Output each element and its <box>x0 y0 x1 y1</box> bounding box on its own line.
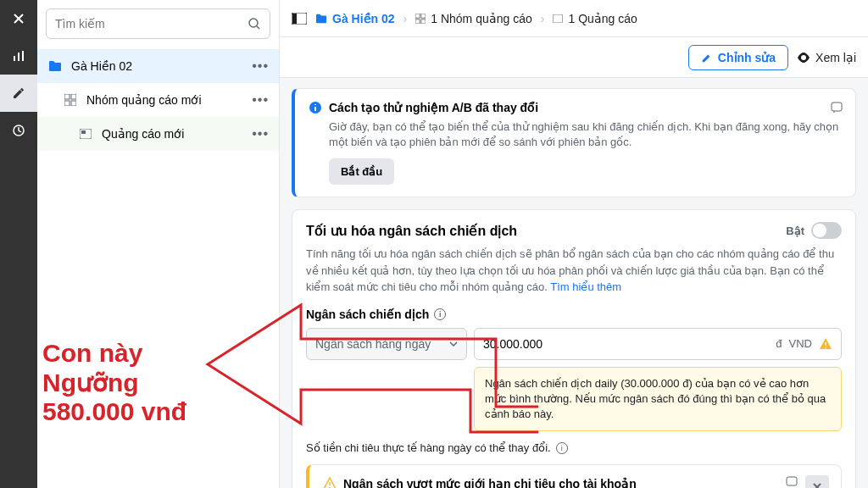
chevron-down-icon <box>449 341 458 347</box>
svg-rect-15 <box>832 103 842 111</box>
clock-icon[interactable] <box>0 112 37 149</box>
budget-type-select[interactable]: Ngân sách hàng ngày <box>306 328 467 360</box>
start-button[interactable]: Bắt đầu <box>329 158 394 185</box>
svg-rect-14 <box>554 14 564 23</box>
flag-icon[interactable] <box>785 475 798 488</box>
edit-icon[interactable] <box>0 75 37 112</box>
svg-rect-11 <box>421 14 426 18</box>
review-button[interactable]: Xem lại <box>797 51 856 64</box>
help-icon[interactable]: i <box>434 308 446 320</box>
budget-toggle[interactable] <box>811 222 842 239</box>
flag-icon[interactable] <box>830 101 843 118</box>
breadcrumb: Gà Hiền 02 › 1 Nhóm quảng cáo › 1 Quảng … <box>280 0 868 37</box>
svg-rect-3 <box>71 94 76 99</box>
chevron-right-icon: › <box>541 12 545 25</box>
breadcrumb-campaign[interactable]: Gà Hiền 02 <box>315 12 395 25</box>
panel-toggle-icon[interactable] <box>292 13 307 25</box>
ad-icon <box>78 126 93 141</box>
folder-icon <box>47 58 63 74</box>
svg-rect-7 <box>81 130 86 134</box>
spend-limit-warning-card: Ngân sách vượt mức giới hạn chi tiêu cho… <box>306 464 842 488</box>
budget-amount-input[interactable]: đ VND <box>474 328 842 360</box>
content-scroll[interactable]: Cách tạo thử nghiệm A/B đã thay đổi Giờ … <box>280 78 868 488</box>
search-input[interactable] <box>46 8 270 39</box>
svg-rect-2 <box>64 94 70 99</box>
budget-sub-label: Ngân sách chiến dịch <box>306 308 429 321</box>
main-panel: Gà Hiền 02 › 1 Nhóm quảng cáo › 1 Quảng … <box>280 0 868 488</box>
tree-campaign-label: Gà Hiền 02 <box>71 59 132 73</box>
chart-icon[interactable] <box>0 37 37 75</box>
warn-card-title: Ngân sách vượt mức giới hạn chi tiêu cho… <box>343 477 637 488</box>
breadcrumb-ad[interactable]: 1 Quảng cáo <box>553 12 637 25</box>
svg-rect-12 <box>415 19 420 23</box>
edit-button[interactable]: Chỉnh sửa <box>688 45 788 70</box>
eye-icon <box>797 53 810 63</box>
svg-rect-17 <box>787 477 797 485</box>
nav-tree: Gà Hiền 02 ••• Nhóm quảng cáo mới ••• Qu… <box>37 47 279 151</box>
tree-adset-label: Nhóm quảng cáo mới <box>86 93 202 107</box>
tree-ad-label: Quảng cáo mới <box>102 127 184 141</box>
warning-icon <box>323 477 337 488</box>
budget-section-title: Tối ưu hóa ngân sách chiến dịch <box>306 223 517 239</box>
icon-sidebar <box>0 0 37 488</box>
pencil-icon <box>701 52 713 64</box>
tree-campaign[interactable]: Gà Hiền 02 ••• <box>37 49 279 83</box>
svg-rect-10 <box>415 14 420 18</box>
svg-rect-13 <box>421 19 426 23</box>
budget-inline-warning: Ngân sách chiến dịch daily (30.000.000 đ… <box>474 367 842 432</box>
info-card-title: Cách tạo thử nghiệm A/B đã thay đổi <box>329 101 538 114</box>
left-panel: Gà Hiền 02 ••• Nhóm quảng cáo mới ••• Qu… <box>37 0 280 488</box>
budget-note: Số tiền chi tiêu thực tế hàng ngày có th… <box>306 441 551 454</box>
budget-optimization-card: Tối ưu hóa ngân sách chiến dịch Bật Tính… <box>292 209 856 488</box>
svg-rect-4 <box>64 101 70 106</box>
tree-ad[interactable]: Quảng cáo mới ••• <box>37 117 279 151</box>
close-icon[interactable] <box>0 0 37 37</box>
action-bar: Chỉnh sửa Xem lại <box>280 37 868 78</box>
search-icon <box>248 17 261 30</box>
grid-icon <box>415 14 426 24</box>
more-icon[interactable]: ••• <box>252 58 269 74</box>
toggle-label: Bật <box>786 225 804 237</box>
more-icon[interactable]: ••• <box>252 126 269 141</box>
ab-test-info-card: Cách tạo thử nghiệm A/B đã thay đổi Giờ … <box>292 88 856 197</box>
help-icon[interactable]: i <box>556 442 568 454</box>
learn-more-link[interactable]: Tìm hiểu thêm <box>550 280 621 293</box>
close-warning-button[interactable] <box>805 475 829 488</box>
more-icon[interactable]: ••• <box>252 92 269 108</box>
warning-icon <box>819 337 832 351</box>
svg-rect-9 <box>292 14 297 24</box>
chevron-right-icon: › <box>403 12 408 25</box>
info-icon <box>309 101 322 114</box>
breadcrumb-adset[interactable]: 1 Nhóm quảng cáo <box>415 12 532 25</box>
svg-point-1 <box>249 19 258 27</box>
grid-icon <box>63 92 78 108</box>
tree-adset[interactable]: Nhóm quảng cáo mới ••• <box>37 83 279 117</box>
folder-icon <box>315 14 327 24</box>
ad-icon <box>553 14 563 23</box>
svg-rect-5 <box>71 101 76 106</box>
info-card-body: Giờ đây, bạn có thể tạo biến thể của thử… <box>309 119 842 150</box>
